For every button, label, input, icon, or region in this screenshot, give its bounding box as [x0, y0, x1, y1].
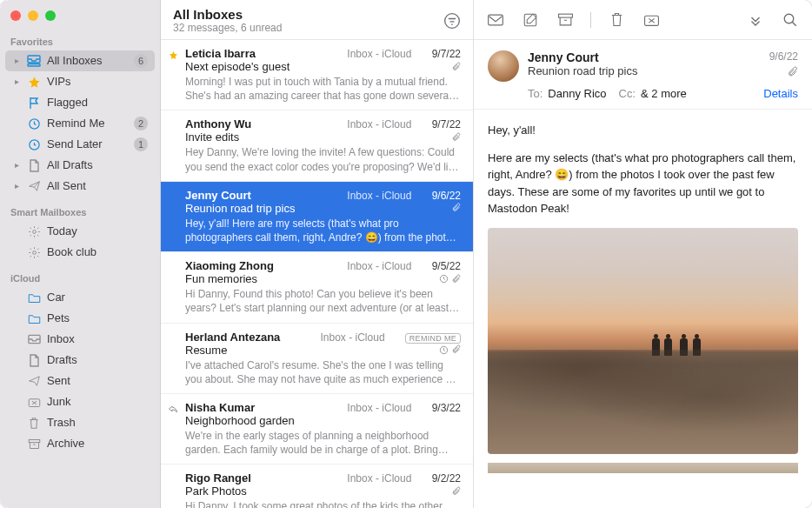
sidebar-section-favorites: Favorites [0, 33, 160, 50]
message-from: Nisha Kumar [185, 401, 255, 414]
message-row[interactable]: Xiaoming ZhongInbox - iCloud 9/5/22Fun m… [161, 252, 473, 323]
sidebar-item-send-later[interactable]: Send Later 1 [5, 134, 155, 155]
message-header: Jenny Court Reunion road trip pics 9/6/2… [474, 40, 812, 110]
attached-photo[interactable] [488, 463, 798, 473]
svg-point-16 [784, 14, 794, 23]
document-icon [26, 157, 42, 173]
clock-send-icon [26, 137, 42, 152]
sidebar-item-book-club[interactable]: Book club [5, 242, 155, 263]
window-controls [0, 5, 160, 33]
chevron-right-icon[interactable]: ▸ [12, 53, 21, 69]
paperclip-icon [452, 274, 461, 284]
sidebar-item-remind-me[interactable]: Remind Me 2 [5, 113, 155, 134]
sidebar-item-junk[interactable]: Junk [5, 391, 155, 412]
folder-icon [26, 290, 42, 305]
mail-window: Favorites ▸ All Inboxes 6 ▸ VIPs Flagged [0, 0, 812, 508]
search-button[interactable] [781, 10, 800, 30]
message-body: Hey, y'all! Here are my selects (that's … [474, 110, 812, 508]
details-link[interactable]: Details [763, 87, 798, 100]
sidebar-label: Remind Me [47, 116, 129, 131]
message-preview: I've attached Carol's resume. She's the … [185, 358, 461, 386]
sidebar-item-drafts[interactable]: Drafts [5, 350, 155, 371]
compose-button[interactable] [521, 10, 540, 30]
message-list[interactable]: Leticia IbarraInbox - iCloud 9/7/22Next … [161, 40, 473, 508]
archive-button[interactable] [556, 10, 575, 30]
message-subject: Reunion road trip pics [185, 202, 447, 215]
message-row[interactable]: Jenny CourtInbox - iCloud 9/6/22Reunion … [161, 182, 473, 252]
message-preview: Hi Danny, Found this photo! Can you beli… [185, 287, 461, 315]
svg-rect-14 [558, 14, 572, 17]
message-from: Leticia Ibarra [185, 47, 256, 60]
sidebar-item-sent[interactable]: Sent [5, 371, 155, 391]
message-preview: Morning! I was put in touch with Tania b… [185, 75, 461, 103]
more-toolbar-button[interactable] [746, 10, 765, 30]
chevron-right-icon[interactable]: ▸ [12, 157, 21, 173]
minimize-window-button[interactable] [28, 10, 38, 21]
sidebar-item-pets[interactable]: Pets [5, 308, 155, 329]
fullscreen-window-button[interactable] [45, 10, 56, 21]
message-source: Inbox - iCloud [347, 190, 411, 202]
message-row[interactable]: Nisha KumarInbox - iCloud 9/3/22Neighbor… [161, 394, 473, 465]
to-value[interactable]: Danny Rico [548, 87, 606, 100]
sidebar-item-trash[interactable]: Trash [5, 412, 155, 433]
sidebar-label: Book club [47, 244, 148, 260]
avatar [488, 50, 519, 82]
sidebar-label: All Inboxes [47, 53, 129, 69]
document-icon [26, 352, 42, 368]
message-date: 9/2/22 [432, 472, 461, 485]
flag-icon [26, 95, 42, 110]
unread-badge: 6 [134, 54, 148, 68]
attached-photo[interactable] [488, 228, 798, 454]
sidebar-item-today[interactable]: Today [5, 221, 155, 242]
list-header: All Inboxes 32 messages, 6 unread [161, 0, 473, 40]
sidebar-item-archive[interactable]: Archive [5, 433, 155, 454]
svg-point-5 [32, 251, 36, 254]
sidebar-label: Trash [47, 415, 148, 431]
emoji-icon: 😄 [555, 166, 569, 184]
clock-icon [439, 274, 449, 284]
count-badge: 2 [134, 117, 148, 130]
message-date: 9/6/22 [769, 50, 798, 63]
body-paragraph: Here are my selects (that's what pro pho… [488, 150, 798, 217]
delete-button[interactable] [607, 10, 626, 30]
message-from: Jenny Court [528, 50, 761, 64]
list-title: All Inboxes [173, 7, 282, 22]
filter-button[interactable] [443, 12, 461, 30]
sidebar-label: Flagged [47, 95, 148, 110]
message-row[interactable]: Anthony WuInbox - iCloud 9/7/22Invite ed… [161, 110, 473, 181]
cc-value[interactable]: & 2 more [641, 87, 687, 100]
sidebar-item-vips[interactable]: ▸ VIPs [5, 71, 155, 92]
chevron-right-icon[interactable]: ▸ [12, 74, 21, 90]
message-source: Inbox - iCloud [347, 260, 411, 272]
get-mail-button[interactable] [486, 10, 505, 30]
svg-point-4 [32, 230, 36, 233]
sidebar-item-car[interactable]: Car [5, 287, 155, 308]
gear-icon [26, 224, 42, 239]
paperplane-icon [26, 373, 42, 389]
to-label: To: [528, 87, 542, 100]
sidebar-item-all-inboxes[interactable]: ▸ All Inboxes 6 [5, 50, 155, 71]
message-preview: Hey Danny, We're loving the invite! A fe… [185, 145, 461, 173]
sidebar: Favorites ▸ All Inboxes 6 ▸ VIPs Flagged [0, 0, 161, 508]
sidebar-item-all-sent[interactable]: ▸ All Sent [5, 176, 155, 197]
message-row[interactable]: Herland AntezanaInbox - iCloud REMIND ME… [161, 324, 473, 394]
message-source: Inbox - iCloud [347, 402, 411, 414]
junk-button[interactable] [642, 10, 661, 30]
chevron-right-icon[interactable]: ▸ [12, 178, 21, 194]
sidebar-label: Sent [47, 373, 148, 389]
svg-rect-1 [28, 64, 40, 67]
message-row[interactable]: Rigo RangelInbox - iCloud 9/2/22Park Pho… [161, 465, 473, 508]
svg-rect-8 [29, 439, 40, 442]
message-date: 9/3/22 [432, 402, 461, 414]
sidebar-section-smart: Smart Mailboxes [0, 204, 160, 221]
message-row[interactable]: Leticia IbarraInbox - iCloud 9/7/22Next … [161, 40, 473, 110]
paperclip-icon [452, 486, 461, 497]
message-subject: Park Photos [185, 485, 447, 498]
sidebar-item-flagged[interactable]: Flagged [5, 92, 155, 113]
sidebar-item-all-drafts[interactable]: ▸ All Drafts [5, 155, 155, 176]
sidebar-label: Send Later [47, 137, 129, 152]
close-window-button[interactable] [10, 10, 21, 21]
paperclip-icon [452, 62, 461, 72]
sidebar-item-inbox[interactable]: Inbox [5, 329, 155, 350]
svg-rect-12 [489, 15, 503, 25]
